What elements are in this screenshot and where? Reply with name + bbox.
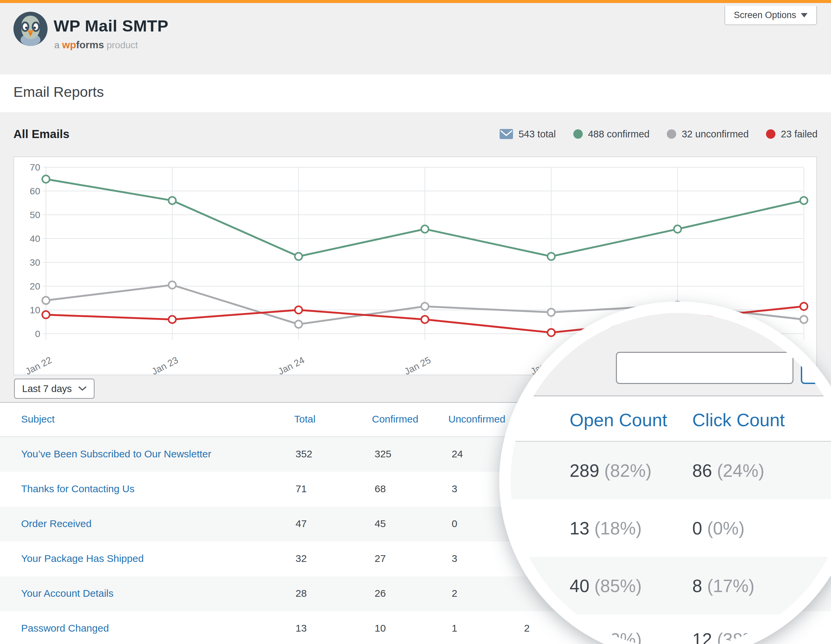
section-title: All Emails	[13, 127, 69, 141]
click-count-cell: 8 (17%)	[692, 576, 755, 596]
open-count-cell: 289 (82%)	[570, 460, 652, 481]
click-count-value: 0	[692, 518, 702, 538]
svg-text:Jan 23: Jan 23	[150, 355, 180, 375]
search-input[interactable]	[616, 352, 793, 384]
click-count-cell: 12 (38%)	[692, 629, 764, 644]
email-subject-link[interactable]: Password Changed	[21, 623, 109, 634]
open-count-percent: (18%)	[594, 518, 642, 538]
svg-text:50: 50	[30, 210, 40, 220]
unconfirmed-cell: 3	[452, 483, 457, 495]
svg-text:Jan 22: Jan 22	[24, 355, 54, 375]
tagline-forms: forms	[76, 39, 104, 50]
app-header: WP Mail SMTP a wpforms product Screen Op…	[0, 3, 831, 75]
click-count-value: 86	[692, 461, 712, 480]
legend-item-failed: 23 failed	[766, 129, 818, 140]
column-header-open-count[interactable]: Open Count	[570, 409, 667, 430]
svg-text:30: 30	[30, 257, 40, 268]
app-title: WP Mail SMTP	[54, 16, 169, 35]
svg-text:60: 60	[30, 186, 40, 196]
column-header-confirmed[interactable]: Confirmed	[372, 413, 418, 425]
open-count-percent: (85%)	[594, 576, 642, 596]
open-count-cell: 40 (85%)	[570, 576, 642, 596]
column-header-unconfirmed[interactable]: Unconfirmed	[448, 413, 505, 425]
total-cell: 32	[296, 553, 307, 564]
legend-item-total: 543 total	[500, 129, 556, 140]
column-header-subject[interactable]: Subject	[21, 413, 55, 425]
svg-text:0: 0	[35, 329, 40, 339]
open-count-value: 40	[570, 576, 589, 596]
click-count-value: 12	[692, 630, 712, 644]
legend-item-unconfirmed: 32 unconfirmed	[667, 129, 748, 140]
unconfirmed-cell: 24	[452, 448, 463, 460]
total-cell: 47	[296, 518, 307, 530]
total-cell: 71	[296, 483, 307, 495]
click-count-cell: 0 (0%)	[692, 518, 745, 539]
svg-text:Jan 25: Jan 25	[403, 355, 433, 375]
email-subject-link[interactable]: You’ve Been Subscribed to Our Newsletter	[21, 448, 212, 460]
confirmed-cell: 27	[375, 553, 386, 564]
email-subject-link[interactable]: Your Package Has Shipped	[21, 553, 144, 564]
chart-legend: 543 total 488 confirmed 32 unconfirmed 2…	[500, 127, 818, 142]
click-count-percent: (17%)	[707, 576, 754, 596]
click-count-percent: (24%)	[717, 461, 764, 480]
unconfirmed-cell: 1	[452, 623, 457, 634]
page-title: Email Reports	[13, 84, 104, 100]
email-subject-link[interactable]: Your Account Details	[21, 588, 114, 599]
open-count-percent: (82%)	[604, 461, 651, 480]
open-count-value: 13	[570, 518, 589, 538]
failed-dot-icon	[766, 129, 775, 139]
unconfirmed-cell: 3	[452, 553, 457, 564]
click-count-cell: 86 (24%)	[692, 460, 764, 481]
email-subject-link[interactable]: Thanks for Contacting Us	[21, 483, 134, 495]
total-cell: 28	[296, 588, 307, 599]
top-accent-bar	[0, 0, 831, 3]
unconfirmed-dot-icon	[667, 129, 676, 139]
open-count-value: 289	[570, 461, 599, 480]
failed-cell: 2	[524, 623, 530, 634]
confirmed-dot-icon	[573, 129, 583, 139]
column-header-click-count[interactable]: Click Count	[692, 409, 785, 430]
open-count-cell: 13 (18%)	[570, 518, 642, 539]
click-count-percent: (0%)	[707, 518, 745, 538]
page-title-band: Email Reports	[0, 75, 831, 112]
legend-label-confirmed: 488 confirmed	[588, 129, 650, 140]
unconfirmed-cell: 0	[452, 518, 457, 530]
tagline-product: product	[107, 40, 138, 50]
brand-tagline: a wpforms product	[54, 39, 138, 51]
legend-label-failed: 23 failed	[781, 129, 818, 140]
screen-options-label: Screen Options	[734, 10, 796, 21]
confirmed-cell: 325	[375, 448, 392, 460]
legend-item-confirmed: 488 confirmed	[573, 129, 650, 140]
confirmed-cell: 26	[375, 588, 386, 599]
column-header-total[interactable]: Total	[294, 413, 315, 425]
lens-table-top-border	[499, 395, 831, 396]
svg-text:70: 70	[30, 162, 40, 173]
confirmed-cell: 10	[375, 623, 386, 634]
svg-text:Jan 24: Jan 24	[277, 355, 306, 375]
open-count-percent: (62%)	[594, 630, 642, 644]
wp-mail-smtp-pigeon-logo-icon	[13, 11, 48, 46]
confirmed-cell: 45	[375, 518, 386, 530]
email-subject-link[interactable]: Order Received	[21, 518, 91, 530]
total-cell: 13	[296, 623, 307, 634]
confirmed-cell: 68	[375, 483, 386, 495]
svg-text:10: 10	[30, 305, 40, 315]
email-reports-page: WP Mail SMTP a wpforms product Screen Op…	[0, 0, 831, 644]
tagline-wp: wp	[62, 39, 76, 50]
lens-row-1	[499, 442, 831, 499]
click-count-percent: (38%)	[717, 630, 764, 644]
svg-text:20: 20	[30, 281, 40, 291]
chevron-down-icon	[78, 386, 86, 391]
caret-down-icon	[801, 13, 807, 17]
legend-label-total: 543 total	[518, 129, 556, 140]
click-count-value: 8	[692, 576, 702, 596]
tagline-a: a	[54, 40, 60, 50]
unconfirmed-cell: 2	[452, 588, 457, 599]
legend-label-unconfirmed: 32 unconfirmed	[681, 129, 748, 140]
screen-options-button[interactable]: Screen Options	[724, 6, 817, 25]
date-range-select[interactable]: Last 7 days	[14, 378, 94, 399]
date-range-value: Last 7 days	[22, 383, 72, 394]
envelope-icon	[500, 129, 513, 139]
lens-row-2	[499, 499, 831, 557]
total-cell: 352	[296, 448, 312, 460]
